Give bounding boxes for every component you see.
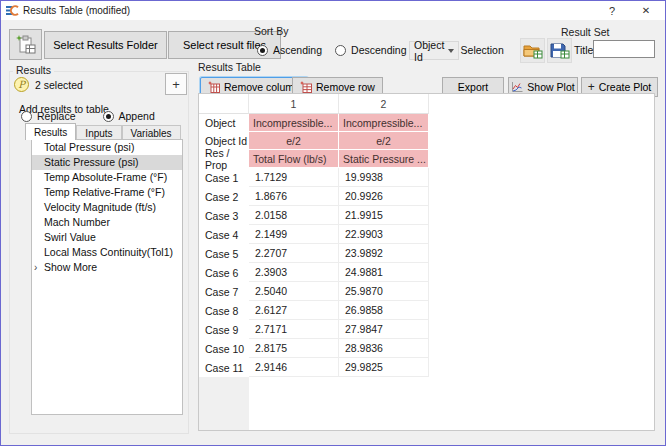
select-results-folder-button[interactable]: Select Results Folder [44, 31, 167, 59]
remove-row-icon [300, 81, 312, 93]
row-header-cell[interactable]: Case 2 [199, 187, 249, 206]
results-list-item[interactable]: Temp Relative-Frame (°F) [32, 185, 182, 200]
sort-by-radio-option[interactable]: Ascending [257, 44, 322, 56]
tab-label: Variables [131, 128, 172, 139]
table-cell[interactable]: 22.9903 [339, 225, 429, 244]
results-list-item[interactable]: Swirl Value [32, 230, 182, 245]
radio-option-label: Replace [37, 110, 76, 122]
radio-option-label: Descending [351, 44, 406, 56]
expand-chevron-icon[interactable]: › [34, 260, 37, 275]
table-cell[interactable]: 2.2707 [249, 244, 339, 263]
row-header-cell[interactable]: Res / Prop [199, 150, 249, 168]
sort-by-radio-option[interactable]: Descending [335, 44, 406, 56]
help-button[interactable]: ? [599, 1, 625, 20]
folder-plus-icon [523, 42, 543, 60]
table-case-row: Case 10 2.8175 28.9836 [199, 339, 654, 358]
table-corner-cell[interactable] [199, 94, 249, 114]
results-list-item-label: Temp Relative-Frame (°F) [44, 186, 165, 198]
create-plot-label: Create Plot [599, 81, 652, 93]
chevron-down-icon [448, 49, 454, 53]
table-case-row: Case 2 1.8676 20.9926 [199, 187, 654, 206]
table-case-row: Case 8 2.6127 26.9858 [199, 301, 654, 320]
table-cell[interactable]: 23.9892 [339, 244, 429, 263]
results-list-item[interactable]: Temp Absolute-Frame (°F) [32, 170, 182, 185]
table-cell[interactable]: Static Pressure ... [339, 150, 429, 168]
results-table-label: Results Table [198, 61, 261, 73]
save-plus-icon [550, 42, 570, 60]
table-meta-row: Res / Prop Total Flow (lb/s) Static Pres… [199, 150, 654, 168]
sort-field-dropdown[interactable]: Object Id [409, 41, 459, 60]
tab[interactable]: Variables [122, 125, 181, 140]
table-cell[interactable]: 21.9915 [339, 206, 429, 225]
column-header-cell[interactable]: 2 [339, 94, 429, 114]
results-list-item[interactable]: Velocity Magnitude (ft/s) [32, 200, 182, 215]
row-header-filler [199, 377, 249, 430]
radio-option-label: Append [119, 110, 155, 122]
results-list-item-label: Total Pressure (psi) [44, 141, 134, 153]
table-cell[interactable]: e/2 [249, 132, 339, 150]
show-plot-label: Show Plot [527, 81, 574, 93]
row-header-cell[interactable]: Case 6 [199, 263, 249, 282]
table-cell[interactable]: 2.7171 [249, 320, 339, 339]
table-case-row: Case 9 2.7171 27.9847 [199, 320, 654, 339]
table-cell[interactable]: 28.9836 [339, 339, 429, 358]
show-plot-icon [511, 82, 523, 93]
row-header-cell[interactable]: Case 5 [199, 244, 249, 263]
new-table-icon [15, 34, 37, 56]
table-cell[interactable]: Total Flow (lb/s) [249, 150, 339, 168]
tab-label: Inputs [85, 128, 112, 139]
table-cell[interactable]: 27.9847 [339, 320, 429, 339]
row-header-cell[interactable]: Case 3 [199, 206, 249, 225]
results-list-item[interactable]: › Show More [32, 260, 182, 275]
sort-by-options: Ascending Descending User Selection [257, 44, 504, 56]
table-case-row: Case 11 2.9146 29.9825 [199, 358, 654, 377]
table-cell[interactable]: 2.1499 [249, 225, 339, 244]
row-header-cell[interactable]: Case 11 [199, 358, 249, 377]
add-mode-radio-option[interactable]: Replace [21, 110, 76, 122]
results-list-item[interactable]: Static Pressure (psi) [32, 155, 182, 170]
column-header-cell[interactable]: 1 [249, 94, 339, 114]
table-cell[interactable]: 24.9881 [339, 263, 429, 282]
results-list-item[interactable]: Total Pressure (psi) [32, 140, 182, 155]
table-cell[interactable]: 2.0158 [249, 206, 339, 225]
table-cell[interactable]: 19.9938 [339, 168, 429, 187]
results-tabbar: Results Inputs Variables [25, 123, 181, 140]
table-cell[interactable]: Incompressible... [249, 114, 339, 132]
radio-icon [257, 45, 268, 56]
row-header-cell[interactable]: Case 7 [199, 282, 249, 301]
table-cell[interactable]: 1.8676 [249, 187, 339, 206]
table-cell[interactable]: 26.9858 [339, 301, 429, 320]
row-header-cell[interactable]: Case 9 [199, 320, 249, 339]
table-cell[interactable]: 29.9825 [339, 358, 429, 377]
table-cell[interactable]: e/2 [339, 132, 429, 150]
table-cell[interactable]: 2.3903 [249, 263, 339, 282]
add-result-button[interactable]: + [165, 73, 187, 95]
tab[interactable]: Results [25, 123, 76, 140]
row-header-cell[interactable]: Case 4 [199, 225, 249, 244]
new-results-table-button[interactable] [9, 29, 42, 60]
save-result-set-button[interactable] [547, 38, 572, 63]
row-header-cell[interactable]: Case 1 [199, 168, 249, 187]
row-header-cell[interactable]: Case 8 [199, 301, 249, 320]
load-result-set-button[interactable] [520, 38, 545, 63]
table-cell[interactable]: 2.5040 [249, 282, 339, 301]
add-mode-radio-option[interactable]: Append [103, 110, 155, 122]
table-case-row: Case 5 2.2707 23.9892 [199, 244, 654, 263]
tab[interactable]: Inputs [76, 125, 121, 140]
table-cell[interactable]: 1.7129 [249, 168, 339, 187]
table-cell[interactable]: 20.9926 [339, 187, 429, 206]
results-list-item[interactable]: Mach Number [32, 215, 182, 230]
results-list-item-label: Mach Number [44, 216, 110, 228]
table-cell[interactable]: 25.9870 [339, 282, 429, 301]
table-cell[interactable]: Incompressible... [339, 114, 429, 132]
radio-icon [103, 111, 114, 122]
results-list-item[interactable]: Local Mass Continuity(Tol1) [32, 245, 182, 260]
row-header-cell[interactable]: Object [199, 114, 249, 132]
row-header-cell[interactable]: Case 10 [199, 339, 249, 358]
result-set-title-input[interactable] [593, 40, 655, 58]
close-icon[interactable]: ✕ [633, 1, 659, 20]
table-cell[interactable]: 2.8175 [249, 339, 339, 358]
table-cell[interactable]: 2.9146 [249, 358, 339, 377]
remove-column-icon [208, 81, 220, 93]
table-cell[interactable]: 2.6127 [249, 301, 339, 320]
